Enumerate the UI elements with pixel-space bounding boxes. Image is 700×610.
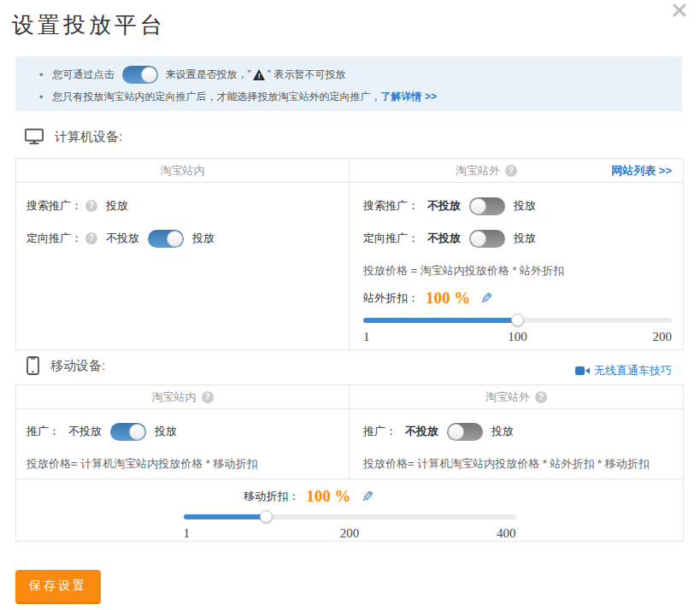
slider-max-label: 200	[653, 330, 673, 344]
wireless-tips-link[interactable]: 无线直通车技巧	[575, 363, 672, 378]
computer-offsite-cell: 搜索推广： 不投放 投放 定向推广： 不投放 投放 投放价格 = 淘宝站内投放价…	[350, 183, 683, 349]
discount-label: 移动折扣：	[244, 489, 299, 504]
discount-label: 站外折扣：	[363, 290, 419, 306]
header-label: 淘宝站外	[485, 390, 530, 405]
mobile-onsite-cell: 推广： 不投放 投放 投放价格= 计算机淘宝站内投放价格 * 移动折扣	[16, 409, 350, 478]
save-settings-button[interactable]: 保存设置	[15, 570, 101, 604]
learn-more-link[interactable]: 了解详情 >>	[381, 90, 437, 104]
edit-pencil-icon[interactable]: ✎	[480, 290, 492, 308]
phone-icon	[26, 356, 39, 375]
mobile-discount-line: 移动折扣： 100 % ✎	[0, 486, 642, 507]
off-label: 不投放	[427, 231, 461, 246]
bullet-icon: •	[39, 68, 44, 81]
slider-mid-label: 200	[340, 526, 360, 541]
slider-fill	[184, 514, 267, 519]
notice-text: " 表示暂不可投放	[268, 67, 346, 82]
on-label: 投放	[514, 231, 536, 246]
toggle-knob	[470, 231, 486, 247]
state-label: 投放	[106, 198, 128, 214]
toggle-knob	[448, 424, 464, 440]
slider-track[interactable]	[184, 514, 516, 519]
mobile-offsite-toggle[interactable]	[447, 423, 483, 441]
toggle-knob	[470, 198, 486, 214]
toggle-knob	[167, 231, 183, 247]
targeted-onsite-toggle[interactable]	[148, 230, 184, 248]
notice-box: • 您可通过点击 来设置是否投放，" ! " 表示暂不可投放 • 您只有投放淘宝…	[15, 56, 682, 111]
promo-row: 推广： 不投放 投放	[363, 420, 683, 443]
targeted-promo-row: 定向推广： ? 不投放 投放	[26, 227, 349, 249]
mobile-offsite-cell: 推广： 不投放 投放 投放价格= 计算机淘宝站内投放价格 * 站外折扣 * 移动…	[350, 409, 683, 478]
computer-onsite-cell: 搜索推广： ? 投放 定向推广： ? 不投放 投放	[16, 183, 350, 349]
help-icon[interactable]: ?	[535, 391, 547, 403]
slider-fill	[363, 318, 518, 323]
mobile-onsite-header: 淘宝站内 ?	[16, 385, 350, 408]
help-icon[interactable]: ?	[202, 391, 214, 403]
slider-min-label: 1	[363, 330, 370, 344]
promo-row: 推广： 不投放 投放	[26, 420, 349, 443]
search-offsite-toggle[interactable]	[469, 197, 505, 215]
discount-value: 100 %	[306, 487, 350, 506]
mobile-section-label: 移动设备:	[50, 358, 105, 374]
computer-section-label: 计算机设备:	[55, 129, 122, 145]
on-label: 投放	[192, 231, 215, 246]
warning-icon: !	[253, 69, 266, 80]
slider-min-label: 1	[184, 526, 191, 541]
monitor-icon	[25, 128, 44, 145]
row-label: 定向推广：	[363, 231, 419, 246]
off-label: 不投放	[405, 424, 438, 439]
row-label: 定向推广：	[26, 231, 82, 246]
price-formula: 投放价格= 计算机淘宝站内投放价格 * 移动折扣	[26, 453, 349, 475]
mobile-discount-row: 移动折扣： 100 % ✎ 1 200 400	[16, 478, 683, 540]
notice-text: 来设置是否投放，"	[166, 67, 251, 82]
mobile-onsite-toggle[interactable]	[110, 423, 146, 441]
mobile-table-header: 淘宝站内 ? 淘宝站外 ?	[16, 385, 683, 409]
on-label: 投放	[155, 424, 177, 439]
targeted-promo-row: 定向推广： 不投放 投放	[363, 227, 683, 249]
notice-line-2: • 您只有投放淘宝站内的定向推广后，才能选择投放淘宝站外的定向推广， 了解详情 …	[39, 87, 682, 106]
mobile-offsite-header: 淘宝站外 ?	[350, 385, 683, 408]
price-formula: 投放价格 = 淘宝站内投放价格 * 站外折扣	[363, 260, 683, 282]
toggle-knob	[129, 424, 145, 440]
close-icon[interactable]	[673, 3, 686, 21]
website-list-link[interactable]: 网站列表 >>	[611, 163, 672, 179]
mobile-table: 淘宝站内 ? 淘宝站外 ? 推广： 不投放 投放 投放价格= 计算机淘宝站内投放…	[15, 384, 684, 542]
slider-max-label: 400	[497, 526, 516, 541]
computer-section-header: 计算机设备:	[25, 128, 122, 145]
off-label: 不投放	[68, 424, 102, 439]
slider-mid-label: 100	[508, 330, 527, 344]
header-label: 淘宝站内	[161, 163, 205, 179]
on-label: 投放	[491, 424, 514, 439]
bullet-icon: •	[39, 91, 44, 103]
computer-table-header: 淘宝站内 淘宝站外 ? 网站列表 >>	[16, 159, 683, 183]
off-label: 不投放	[106, 231, 139, 246]
page-title: 设置投放平台	[12, 10, 166, 40]
row-label: 推广：	[363, 424, 397, 439]
discount-value: 100 %	[426, 289, 470, 308]
slider-handle[interactable]	[511, 314, 524, 326]
search-promo-row: 搜索推广： 不投放 投放	[363, 195, 683, 217]
targeted-offsite-toggle[interactable]	[469, 230, 505, 248]
video-camera-icon	[575, 366, 590, 376]
slider-labels: 1 200 400	[184, 526, 516, 541]
help-icon[interactable]: ?	[85, 232, 97, 244]
computer-offsite-header: 淘宝站外 ? 网站列表 >>	[350, 159, 683, 182]
help-icon[interactable]: ?	[505, 165, 517, 177]
example-toggle[interactable]	[122, 66, 158, 84]
offsite-discount-row: 站外折扣： 100 % ✎	[363, 286, 683, 310]
computer-onsite-header: 淘宝站内	[16, 159, 350, 182]
price-formula: 投放价格= 计算机淘宝站内投放价格 * 站外折扣 * 移动折扣	[363, 453, 683, 475]
help-icon[interactable]: ?	[85, 200, 97, 212]
slider-labels: 1 100 200	[363, 330, 672, 344]
toggle-knob	[141, 67, 157, 83]
edit-pencil-icon[interactable]: ✎	[362, 488, 374, 506]
slider-handle[interactable]	[260, 510, 273, 523]
tips-label: 无线直通车技巧	[594, 363, 672, 378]
notice-text: 您只有投放淘宝站内的定向推广后，才能选择投放淘宝站外的定向推广，	[53, 90, 381, 104]
off-label: 不投放	[427, 198, 461, 214]
slider-track[interactable]	[363, 318, 672, 323]
search-promo-row: 搜索推广： ? 投放	[26, 195, 349, 217]
row-label: 搜索推广：	[26, 198, 82, 214]
header-label: 淘宝站外	[456, 163, 500, 179]
row-label: 搜索推广：	[363, 198, 419, 214]
mobile-section-header: 移动设备:	[26, 356, 105, 375]
